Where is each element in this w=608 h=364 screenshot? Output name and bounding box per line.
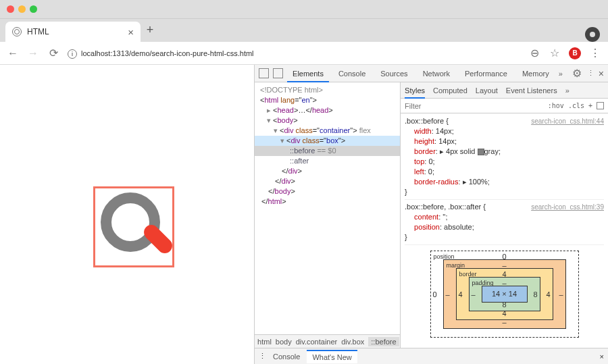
dom-node[interactable]: </div>: [255, 166, 400, 176]
tab-network[interactable]: Network: [417, 65, 455, 82]
tab-console[interactable]: Console: [333, 65, 371, 82]
dom-node[interactable]: <html lang="en">: [255, 95, 400, 105]
styles-tab-bar: Styles Computed Layout Event Listeners »: [401, 82, 608, 99]
devtools-drawer: ⋮ Console What's New ×: [255, 348, 608, 364]
styles-filter-row: :hov .cls +: [401, 99, 608, 113]
dom-node[interactable]: ▸<head>…</head>: [255, 105, 400, 115]
dom-node[interactable]: ▾<div class="box">: [255, 136, 400, 146]
device-toolbar-icon[interactable]: [273, 68, 283, 78]
drawer-menu-icon[interactable]: ⋮: [259, 352, 266, 361]
new-rule-button[interactable]: +: [588, 102, 592, 109]
dom-tree-panel: <!DOCTYPE html> <html lang="en"> ▸<head>…: [255, 82, 401, 348]
dom-node[interactable]: ::after: [255, 156, 400, 166]
styles-more-icon[interactable]: [597, 102, 604, 109]
profile-avatar[interactable]: [585, 27, 600, 42]
dom-node[interactable]: ▾<div class="container"> flex: [255, 126, 400, 136]
breadcrumb-item[interactable]: div.container: [296, 338, 338, 346]
close-tab-icon[interactable]: ×: [128, 26, 134, 38]
tab-memory[interactable]: Memory: [517, 65, 555, 82]
breadcrumb-item[interactable]: div.box: [341, 338, 364, 346]
tab-sources[interactable]: Sources: [375, 65, 413, 82]
tab-computed[interactable]: Computed: [433, 86, 467, 95]
dom-tree[interactable]: <!DOCTYPE html> <html lang="en"> ▸<head>…: [255, 82, 400, 334]
dom-node[interactable]: </div>: [255, 176, 400, 186]
reload-button[interactable]: ⟳: [47, 47, 59, 59]
color-swatch[interactable]: [478, 149, 484, 155]
breadcrumb-item[interactable]: body: [276, 338, 292, 346]
tabs-overflow-icon[interactable]: »: [559, 70, 563, 78]
rule-source-link[interactable]: search-icon_css.html:39: [531, 202, 604, 212]
devtools-close-icon[interactable]: ×: [599, 68, 604, 79]
drawer-tab-whats-new[interactable]: What's New: [307, 350, 357, 363]
dom-breadcrumb: html body div.container div.box ::before: [255, 334, 400, 348]
new-tab-button[interactable]: +: [141, 23, 159, 42]
tab-title: HTML: [27, 27, 122, 36]
back-button[interactable]: ←: [7, 47, 19, 59]
dom-node[interactable]: <!DOCTYPE html>: [255, 85, 400, 95]
extension-icon[interactable]: B: [569, 47, 581, 59]
forward-button[interactable]: →: [27, 47, 39, 59]
browser-tab-strip: HTML × +: [0, 19, 608, 42]
styles-filter-input[interactable]: [405, 102, 544, 110]
content-area: Elements Console Sources Network Perform…: [0, 65, 608, 364]
tab-elements[interactable]: Elements: [287, 65, 329, 82]
address-bar-row: ← → ⟳ ilocalhost:1313/demo/search-icon-p…: [0, 42, 608, 65]
address-bar[interactable]: ilocalhost:1313/demo/search-icon-pure-ht…: [68, 48, 520, 59]
tab-styles[interactable]: Styles: [405, 82, 425, 99]
dom-node[interactable]: </html>: [255, 197, 400, 207]
browser-menu-icon[interactable]: ⋮: [589, 47, 601, 59]
demo-container: [93, 186, 174, 267]
bookmark-icon[interactable]: ☆: [549, 47, 561, 59]
devtools-menu-icon[interactable]: ⋮: [587, 69, 594, 78]
tab-performance[interactable]: Performance: [459, 65, 513, 82]
styles-overflow-icon[interactable]: »: [565, 86, 569, 95]
drawer-tab-console[interactable]: Console: [273, 353, 300, 361]
inspect-element-icon[interactable]: [259, 68, 269, 78]
rule-source-link[interactable]: search-icon_css.html:44: [531, 116, 604, 126]
window-maximize-button[interactable]: [30, 5, 37, 13]
cls-toggle[interactable]: .cls: [568, 102, 584, 109]
dom-node[interactable]: </body>: [255, 186, 400, 197]
css-rule[interactable]: .box::before, .box::after { search-icon_…: [405, 202, 604, 245]
styles-rules[interactable]: .box::before { search-icon_css.html:44 w…: [401, 113, 608, 348]
css-rule[interactable]: .box::before { search-icon_css.html:44 w…: [405, 116, 604, 200]
url-text: localhost:1313/demo/search-icon-pure-htm…: [81, 49, 254, 57]
devtools-panel: Elements Console Sources Network Perform…: [254, 65, 608, 364]
hov-toggle[interactable]: :hov: [548, 102, 564, 109]
site-info-icon[interactable]: i: [68, 49, 77, 59]
search-icon: [95, 188, 172, 265]
globe-icon: [12, 27, 22, 36]
devtools-tab-bar: Elements Console Sources Network Perform…: [255, 65, 608, 82]
rendered-page: [0, 65, 254, 364]
tab-event-listeners[interactable]: Event Listeners: [506, 86, 557, 95]
window-close-button[interactable]: [7, 5, 14, 13]
window-titlebar: [0, 0, 608, 19]
box-model-diagram[interactable]: position 0 0 margin –––– border 4444: [430, 251, 579, 338]
browser-tab[interactable]: HTML ×: [5, 22, 141, 42]
devtools-settings-icon[interactable]: ⚙: [571, 67, 583, 80]
zoom-icon[interactable]: ⊖: [528, 47, 540, 59]
styles-panel: Styles Computed Layout Event Listeners »…: [401, 82, 608, 348]
box-model-content: 14 × 14: [482, 286, 528, 303]
breadcrumb-item[interactable]: ::before: [368, 337, 399, 346]
dom-node-selected[interactable]: ::before == $0: [255, 146, 400, 156]
breadcrumb-item[interactable]: html: [257, 338, 272, 346]
window-minimize-button[interactable]: [18, 5, 26, 13]
dom-node[interactable]: ▾<body>: [255, 115, 400, 126]
tab-layout[interactable]: Layout: [476, 86, 498, 95]
drawer-close-icon[interactable]: ×: [600, 353, 604, 361]
